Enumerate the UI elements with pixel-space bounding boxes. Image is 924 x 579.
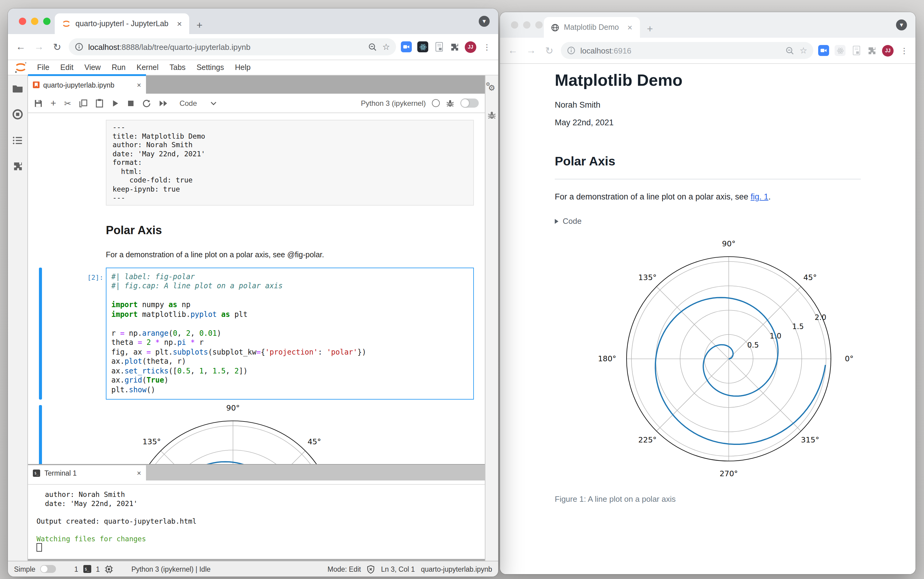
forward-button[interactable]: → — [524, 45, 538, 56]
code-line[interactable]: plt.show() — [111, 385, 468, 395]
restart-kernel-button[interactable] — [142, 99, 151, 107]
run-cell-button[interactable] — [111, 99, 119, 107]
extension-manager-icon[interactable] — [13, 161, 23, 172]
close-window-button[interactable] — [511, 21, 518, 29]
bookmark-star-icon[interactable]: ☆ — [382, 42, 390, 52]
chrome-menu-icon[interactable]: ⋮ — [482, 42, 492, 51]
output-collapser[interactable] — [39, 405, 42, 464]
table-of-contents-icon[interactable] — [12, 136, 23, 146]
menu-tabs[interactable]: Tabs — [165, 63, 190, 72]
toolbar-toggle[interactable] — [461, 98, 479, 108]
back-button[interactable]: ← — [14, 41, 27, 52]
code-line[interactable]: theta = 2 * np.pi * r — [111, 338, 468, 348]
code-line[interactable]: fig, ax = plt.subplots(subplot_kw={'proj… — [111, 348, 468, 357]
save-button[interactable] — [34, 99, 43, 107]
profile-avatar[interactable]: JJ — [465, 41, 476, 52]
traffic-lights-inactive[interactable] — [511, 21, 543, 29]
property-inspector-icon[interactable]: ⚙⚙ — [487, 84, 497, 94]
code-line[interactable]: ax.set_rticks([0.5, 1, 1.5, 2]) — [111, 366, 468, 376]
paste-cells-button[interactable] — [95, 98, 103, 108]
zoom-extension-icon[interactable] — [818, 45, 829, 56]
minimize-window-button[interactable] — [523, 21, 530, 29]
raw-yaml-cell[interactable]: --- title: Matplotlib Demo author: Norah… — [106, 120, 474, 205]
terminal-count[interactable]: 1 — [74, 565, 78, 572]
cell-gutter[interactable] — [28, 267, 67, 399]
terminal-tab[interactable]: $_ Terminal 1 × — [28, 465, 146, 481]
url-text[interactable]: localhost:6916 — [580, 46, 781, 55]
zoom-window-button[interactable] — [535, 21, 543, 29]
close-tab-icon[interactable]: × — [176, 20, 183, 28]
cell-type-select[interactable]: Code — [180, 99, 216, 107]
output-gutter[interactable] — [28, 405, 67, 464]
code-line[interactable]: ax.grid(True) — [111, 376, 468, 385]
kernel-name-button[interactable]: Python 3 (ipykernel) — [361, 99, 426, 107]
add-cell-button[interactable]: + — [51, 98, 56, 109]
running-sessions-icon[interactable] — [12, 109, 23, 120]
info-icon[interactable] — [567, 46, 576, 55]
markdown-heading[interactable]: Polar Axis — [106, 224, 474, 237]
menu-view[interactable]: View — [79, 63, 106, 72]
cut-cells-button[interactable]: ✂ — [64, 98, 71, 108]
menu-kernel[interactable]: Kernel — [132, 63, 164, 72]
code-line[interactable]: ax.plot(theta, r) — [111, 357, 468, 366]
copy-cells-button[interactable] — [79, 99, 88, 107]
reload-button[interactable]: ↻ — [51, 41, 64, 52]
zoom-extension-icon[interactable] — [401, 41, 412, 52]
interrupt-kernel-button[interactable] — [127, 100, 134, 107]
debugger-sidebar-icon[interactable] — [487, 111, 496, 120]
address-bar[interactable]: localhost:6916 ☆ — [561, 42, 813, 59]
menu-edit[interactable]: Edit — [56, 63, 78, 72]
cursor-position[interactable]: Ln 3, Col 1 — [381, 565, 415, 572]
right-browser-tab[interactable]: Matplotlib Demo × — [544, 17, 639, 38]
zoom-out-page-icon[interactable] — [786, 46, 795, 55]
close-terminal-tab-icon[interactable]: × — [137, 469, 141, 477]
document-extension-icon[interactable] — [851, 45, 862, 56]
zoom-out-page-icon[interactable] — [368, 42, 378, 51]
close-tab-icon[interactable]: × — [626, 23, 633, 32]
zoom-window-button[interactable] — [43, 18, 51, 25]
status-filename[interactable]: quarto-jupyterlab.ipynb — [421, 565, 492, 572]
code-line[interactable]: r = np.arange(0, 2, 0.01) — [111, 329, 468, 338]
tab-search-chevron-icon[interactable]: ▼ — [479, 16, 490, 27]
puzzle-extensions-icon[interactable] — [867, 46, 877, 55]
kernel-count[interactable]: 1 — [96, 565, 100, 572]
mode-indicator[interactable]: Mode: Edit — [327, 565, 361, 572]
code-line[interactable]: #| label: fig-polar — [111, 272, 468, 281]
document-extension-icon[interactable] — [434, 41, 445, 52]
reload-button[interactable]: ↻ — [543, 45, 556, 56]
code-line[interactable] — [111, 291, 468, 301]
terminal-status-icon[interactable]: $_ — [83, 565, 91, 573]
new-tab-button[interactable]: + — [196, 20, 203, 30]
terminal-output[interactable]: author: Norah Smith date: 'May 22nd, 202… — [28, 485, 485, 559]
chrome-menu-icon[interactable]: ⋮ — [899, 46, 909, 55]
menu-help[interactable]: Help — [230, 63, 255, 72]
trust-shield-icon[interactable] — [367, 565, 375, 573]
traffic-lights[interactable] — [19, 18, 51, 25]
code-line[interactable]: #| fig.cap: A line plot on a polar axis — [111, 281, 468, 291]
notebook-content[interactable]: --- title: Matplotlib Demo author: Norah… — [28, 113, 485, 464]
back-button[interactable]: ← — [506, 45, 520, 56]
menu-file[interactable]: File — [32, 63, 54, 72]
code-line[interactable]: import numpy as np — [111, 301, 468, 310]
restart-run-all-button[interactable] — [159, 100, 168, 107]
kernel-status-text[interactable]: Python 3 (ipykernel) | Idle — [131, 565, 211, 572]
address-bar[interactable]: localhost:8888/lab/tree/quarto-jupyterla… — [69, 38, 396, 56]
cell-collapser[interactable] — [39, 267, 42, 399]
bookmark-star-icon[interactable]: ☆ — [800, 46, 807, 56]
tab-search-chevron-icon[interactable]: ▼ — [896, 20, 907, 30]
forward-button[interactable]: → — [32, 41, 46, 52]
puzzle-extensions-icon[interactable] — [450, 42, 459, 51]
close-notebook-tab-icon[interactable]: × — [137, 80, 141, 89]
profile-avatar[interactable]: JJ — [882, 45, 894, 56]
close-window-button[interactable] — [19, 18, 26, 25]
url-text[interactable]: localhost:8888/lab/tree/quarto-jupyterla… — [88, 42, 363, 51]
menu-run[interactable]: Run — [107, 63, 131, 72]
kernel-status-icon[interactable] — [432, 99, 440, 107]
react-devtools-icon[interactable] — [417, 41, 428, 52]
markdown-paragraph[interactable]: For a demonstration of a line plot on a … — [106, 250, 474, 259]
left-browser-tab[interactable]: quarto-jupyterl - JupyterLab × — [55, 13, 189, 34]
code-line[interactable]: import matplotlib.pyplot as plt — [111, 310, 468, 319]
minimize-window-button[interactable] — [31, 18, 38, 25]
react-devtools-icon[interactable] — [834, 45, 846, 56]
quarto-document[interactable]: Matplotlib Demo Norah Smith May 22nd, 20… — [500, 64, 916, 574]
